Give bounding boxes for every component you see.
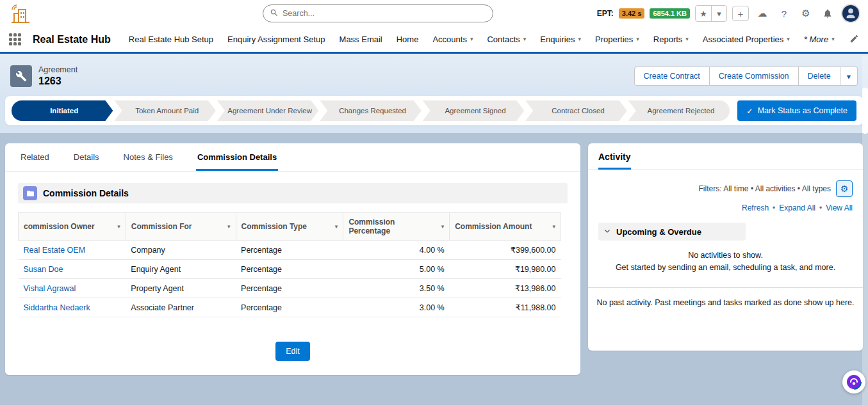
dot-separator: • [819,203,822,212]
commission-section-title: Commission Details [43,188,129,198]
nav-tab-properties[interactable]: Properties▾ [595,35,639,44]
nav-tab-reports[interactable]: Reports▾ [653,35,689,44]
commission-type-cell: Percentage [236,241,343,260]
commission-percentage-cell: 4.00 % [343,241,450,260]
scrollbar-thumb[interactable] [862,88,868,134]
record-detail-card: Related Details Notes & Files Commission… [5,143,580,375]
user-avatar[interactable] [841,4,860,23]
chevron-down-icon[interactable]: ▾ [335,224,338,230]
chevron-down-icon[interactable]: ▾ [470,36,473,42]
nav-tab-accounts[interactable]: Accounts▾ [432,35,473,44]
nav-tab-contacts[interactable]: Contacts▾ [487,35,526,44]
nav-tab-more[interactable]: * More▾ [804,35,835,44]
commission-amount-cell: ₹13,986.00 [450,279,561,298]
nav-tab-enquiry-assignment-setup[interactable]: Enquiry Assignment Setup [227,35,325,44]
table-row: Siddartha Nedaerk Associate Partner Perc… [19,298,561,317]
search-input[interactable] [283,9,486,18]
chevron-down-icon[interactable]: ▾ [578,36,581,42]
col-commission-for[interactable]: Commission For▾ [126,213,236,241]
nav-tab-home[interactable]: Home [397,35,419,44]
owner-link[interactable]: Real Estate OEM [19,241,126,260]
chevron-down-icon[interactable]: ▾ [787,36,790,42]
chevron-down-icon[interactable]: ▾ [117,224,120,230]
chevron-down-icon[interactable]: ▾ [552,224,555,230]
favorites-dropdown-icon[interactable]: ▾ [711,6,726,21]
app-launcher-icon[interactable] [9,33,21,45]
chevron-down-icon[interactable]: ▾ [636,36,639,42]
path-stage-agreement-rejected[interactable]: Agreement Rejected [628,100,730,121]
record-header: Agreement 1263 Create Contract Create Co… [0,60,868,96]
col-commission-type[interactable]: Commission Type▾ [236,213,343,241]
owner-link[interactable]: Vishal Agrawal [19,279,126,298]
folder-icon [23,186,37,200]
assistant-fab-button[interactable] [842,370,865,393]
edit-button-row: Edit [5,342,580,361]
tab-commission-details[interactable]: Commission Details [196,143,278,171]
refresh-link[interactable]: Refresh [742,203,769,212]
nav-tab-associated-properties[interactable]: Associated Properties▾ [703,35,790,44]
record-tabs: Related Details Notes & Files Commission… [5,143,580,171]
tab-activity[interactable]: Activity [598,152,631,170]
check-icon: ✓ [746,106,753,116]
edit-button[interactable]: Edit [275,342,310,361]
table-row: Vishal Agrawal Property Agent Percentage… [19,279,561,298]
expand-all-link[interactable]: Expand All [779,203,815,212]
col-commission-owner[interactable]: commission Owner▾ [19,213,126,241]
owner-link[interactable]: Susan Doe [19,260,126,279]
owner-link[interactable]: Siddartha Nedaerk [19,298,126,317]
org-cloud-icon[interactable]: ☁ [754,6,771,21]
record-actions: Create Contract Create Commission Delete… [634,67,858,86]
chevron-down-icon[interactable]: ▾ [523,36,527,42]
notifications-bell-icon[interactable] [819,6,836,21]
path-stage-changes-requested[interactable]: Changes Requested [320,100,421,121]
help-icon[interactable]: ? [776,6,792,21]
table-row: Susan Doe Enquiry Agent Percentage 5.00 … [19,260,561,279]
activity-tab-row: Activity [588,143,863,170]
more-actions-chevron-icon[interactable]: ▾ [840,67,858,86]
nav-tab-enquiries[interactable]: Enquiries▾ [540,35,581,44]
company-logo-icon[interactable] [8,3,33,24]
create-contract-button[interactable]: Create Contract [634,67,710,86]
commission-for-cell: Property Agent [126,279,236,298]
global-search[interactable] [263,4,493,22]
nav-tab-real-estate-hub-setup[interactable]: Real Estate Hub Setup [129,35,213,44]
tab-related[interactable]: Related [19,143,51,171]
global-header: EPT: 3.42 s 6854.1 KB ★ ▾ + ☁ ? ⚙ [0,0,868,27]
chevron-down-icon[interactable]: ▾ [831,36,835,42]
view-all-link[interactable]: View All [826,203,853,212]
activity-settings-gear-icon[interactable]: ⚙ [836,180,853,197]
delete-button[interactable]: Delete [799,67,840,86]
chevron-down-icon[interactable]: ▾ [227,224,231,230]
path-stage-initiated[interactable]: Initiated [12,100,113,121]
mark-status-complete-button[interactable]: ✓ Mark Status as Complete [737,100,856,121]
search-icon [270,8,279,19]
record-header-band: Agreement 1263 Create Contract Create Co… [0,54,868,133]
edit-nav-pencil-icon[interactable] [849,34,859,45]
agreement-object-icon [10,65,32,87]
chevron-down-icon[interactable]: ▾ [685,36,689,42]
favorite-star-icon[interactable]: ★ [696,6,711,21]
path-stage-contract-closed[interactable]: Contract Closed [525,100,626,121]
past-activity-text: No past activity. Past meetings and task… [588,288,863,320]
setup-gear-icon[interactable]: ⚙ [798,6,814,21]
nav-tab-mass-email[interactable]: Mass Email [340,35,382,44]
upcoming-overdue-section-header[interactable]: Upcoming & Overdue [598,223,746,241]
path-stage-token-amount-paid[interactable]: Token Amount Paid [114,100,215,121]
tab-details[interactable]: Details [72,143,101,171]
chevron-down-icon[interactable]: ▾ [441,224,445,230]
create-commission-button[interactable]: Create Commission [710,67,799,86]
commission-percentage-cell: 3.50 % [343,279,450,298]
activity-links-row: Refresh • Expand All • View All [588,197,863,212]
path-stages: Initiated Token Amount Paid Agreement Un… [12,100,730,121]
commission-section-header: Commission Details [18,183,568,203]
path-assistant: Initiated Token Amount Paid Agreement Un… [5,96,863,125]
col-commission-percentage[interactable]: Commission Percentage▾ [343,213,450,241]
path-stage-agreement-signed[interactable]: Agreement Signed [423,100,524,121]
path-stage-agreement-under-review[interactable]: Agreement Under Review [217,100,318,121]
commission-table: commission Owner▾ Commission For▾ Commis… [18,212,561,317]
commission-for-cell: Associate Partner [126,298,236,317]
tab-notes-files[interactable]: Notes & Files [122,143,174,171]
upcoming-overdue-title: Upcoming & Overdue [616,227,701,237]
col-commission-amount[interactable]: Commission Amount▾ [450,213,561,241]
global-actions-plus-icon[interactable]: + [732,6,749,21]
